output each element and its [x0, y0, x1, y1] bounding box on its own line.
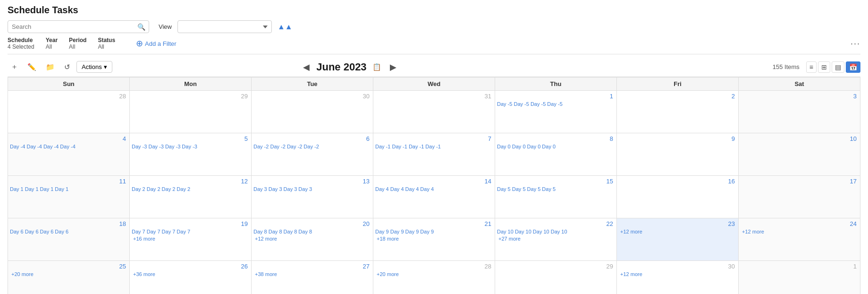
calendar-day-cell[interactable]: 29 — [130, 91, 252, 133]
more-events-link[interactable]: +12 more — [619, 271, 736, 277]
calendar-day-cell[interactable]: 6Day -2 Day -2 Day -2 Day -2 — [252, 133, 373, 176]
calendar-event[interactable]: Day -2 Day -2 Day -2 Day -2 — [253, 143, 371, 150]
calendar-day-header: Tue — [252, 78, 373, 91]
calendar-day-cell[interactable]: 29 — [495, 261, 617, 294]
period-value: All — [69, 43, 86, 50]
calendar-day-cell[interactable]: 11Day 1 Day 1 Day 1 Day 1 — [8, 176, 130, 218]
calendar-week-row: 25+20 more26+36 more27+38 more28+20 more… — [8, 261, 860, 294]
calendar-day-cell[interactable]: 20Day 8 Day 8 Day 8 Day 8+12 more — [252, 218, 373, 261]
calendar-view-button[interactable]: 📅 — [846, 61, 860, 73]
calendar-event[interactable]: Day 7 Day 7 Day 7 Day 7 — [132, 228, 249, 235]
day-number: 29 — [497, 262, 615, 271]
day-number: 4 — [10, 134, 127, 143]
top-bar: 🔍 View ▲▲ — [8, 20, 860, 33]
calendar-day-cell[interactable]: 21Day 9 Day 9 Day 9 Day 9+18 more — [373, 218, 495, 261]
calendar-day-cell[interactable]: 23+12 more — [617, 218, 739, 261]
calendar-day-cell[interactable]: 7Day -1 Day -1 Day -1 Day -1 — [373, 133, 495, 176]
filter-period: Period All — [69, 37, 86, 50]
more-events-link[interactable]: +20 more — [10, 271, 127, 277]
more-events-link[interactable]: +18 more — [375, 235, 493, 242]
calendar-day-cell[interactable]: 31 — [373, 91, 495, 133]
calendar-day-cell[interactable]: 3 — [739, 91, 860, 133]
calendar-day-cell[interactable]: 25+20 more — [8, 261, 130, 294]
grid-view-button[interactable]: ⊞ — [818, 61, 830, 73]
calendar-day-header: Sat — [739, 78, 860, 91]
day-number: 5 — [132, 134, 249, 143]
calendar-day-cell[interactable]: 5Day -3 Day -3 Day -3 Day -3 — [130, 133, 252, 176]
calendar-day-cell[interactable]: 9 — [617, 133, 739, 176]
calendar-day-cell[interactable]: 15Day 5 Day 5 Day 5 Day 5 — [495, 176, 617, 218]
more-events-link[interactable]: +12 more — [619, 228, 736, 235]
copy-date-button[interactable]: 📋 — [371, 62, 383, 72]
more-events-link[interactable]: +36 more — [132, 271, 249, 277]
add-button[interactable]: ＋ — [8, 60, 21, 74]
day-number: 7 — [375, 134, 493, 143]
more-events-link[interactable]: +12 more — [253, 235, 371, 242]
calendar-event[interactable]: Day 2 Day 2 Day 2 Day 2 — [132, 186, 249, 193]
calendar-day-cell[interactable]: 4Day -4 Day -4 Day -4 Day -4 — [8, 133, 130, 176]
calendar-event[interactable]: Day 9 Day 9 Day 9 Day 9 — [375, 228, 493, 235]
calendar-event[interactable]: Day -1 Day -1 Day -1 Day -1 — [375, 143, 493, 150]
calendar-event[interactable]: Day 4 Day 4 Day 4 Day 4 — [375, 186, 493, 193]
day-number: 11 — [10, 177, 127, 186]
search-icon: 🔍 — [137, 23, 145, 31]
next-month-button[interactable]: ▶ — [387, 61, 399, 73]
calendar-week-row: 282930311Day -5 Day -5 Day -5 Day -523 — [8, 91, 860, 133]
calendar-event[interactable]: Day 6 Day 6 Day 6 Day 6 — [10, 228, 127, 235]
calendar-day-cell[interactable]: 28+20 more — [373, 261, 495, 294]
folder-button[interactable]: 📁 — [42, 61, 58, 74]
prev-month-button[interactable]: ◀ — [300, 61, 312, 73]
calendar-day-cell[interactable]: 1 — [739, 261, 860, 294]
edit-button[interactable]: ✏️ — [24, 61, 40, 74]
calendar-day-cell[interactable]: 12Day 2 Day 2 Day 2 Day 2 — [130, 176, 252, 218]
more-events-link[interactable]: +12 more — [741, 228, 858, 235]
more-events-link[interactable]: +27 more — [497, 235, 615, 242]
calendar-day-header: Wed — [373, 78, 495, 91]
day-number: 1 — [497, 92, 615, 101]
calendar-day-cell[interactable]: 30+12 more — [617, 261, 739, 294]
more-events-link[interactable]: +20 more — [375, 271, 493, 277]
calendar-day-cell[interactable]: 19Day 7 Day 7 Day 7 Day 7+16 more — [130, 218, 252, 261]
day-number: 28 — [375, 262, 493, 271]
calendar-day-cell[interactable]: 1Day -5 Day -5 Day -5 Day -5 — [495, 91, 617, 133]
calendar-day-cell[interactable]: 22Day 10 Day 10 Day 10 Day 10+27 more — [495, 218, 617, 261]
calendar-day-cell[interactable]: 30 — [252, 91, 373, 133]
calendar-day-cell[interactable]: 18Day 6 Day 6 Day 6 Day 6 — [8, 218, 130, 261]
list-view-button[interactable]: ≡ — [806, 61, 817, 73]
calendar-day-cell[interactable]: 26+36 more — [130, 261, 252, 294]
calendar-day-cell[interactable]: 27+38 more — [252, 261, 373, 294]
more-options-button[interactable]: ··· — [851, 39, 860, 49]
view-select[interactable] — [177, 20, 272, 33]
filter-icon[interactable]: ▲▲ — [278, 23, 293, 31]
calendar-day-cell[interactable]: 14Day 4 Day 4 Day 4 Day 4 — [373, 176, 495, 218]
calendar-event[interactable]: Day -3 Day -3 Day -3 Day -3 — [132, 143, 249, 150]
calendar-event[interactable]: Day 3 Day 3 Day 3 Day 3 — [253, 186, 371, 193]
refresh-button[interactable]: ↺ — [61, 61, 74, 74]
calendar-event[interactable]: Day 0 Day 0 Day 0 Day 0 — [497, 143, 615, 150]
more-events-link[interactable]: +38 more — [253, 271, 371, 277]
calendar-event[interactable]: Day 10 Day 10 Day 10 Day 10 — [497, 228, 615, 235]
calendar-event[interactable]: Day 8 Day 8 Day 8 Day 8 — [253, 228, 371, 235]
day-number: 13 — [253, 177, 371, 186]
calendar-day-cell[interactable]: 16 — [617, 176, 739, 218]
calendar-day-cell[interactable]: 10 — [739, 133, 860, 176]
compact-view-button[interactable]: ▤ — [832, 61, 844, 73]
status-label: Status — [98, 37, 115, 43]
more-events-link[interactable]: +16 more — [132, 235, 249, 242]
calendar-event[interactable]: Day -4 Day -4 Day -4 Day -4 — [10, 143, 127, 150]
actions-button[interactable]: Actions ▾ — [76, 61, 112, 73]
calendar-day-cell[interactable]: 24+12 more — [739, 218, 860, 261]
plus-circle-icon: ⊕ — [136, 38, 143, 49]
add-filter-button[interactable]: ⊕ Add a Filter — [136, 38, 176, 49]
calendar-day-cell[interactable]: 2 — [617, 91, 739, 133]
calendar-day-header: Thu — [495, 78, 617, 91]
calendar-event[interactable]: Day 5 Day 5 Day 5 Day 5 — [497, 186, 615, 193]
calendar-day-cell[interactable]: 8Day 0 Day 0 Day 0 Day 0 — [495, 133, 617, 176]
calendar-event[interactable]: Day -5 Day -5 Day -5 Day -5 — [497, 101, 615, 108]
calendar-event[interactable]: Day 1 Day 1 Day 1 Day 1 — [10, 186, 127, 193]
day-number: 10 — [741, 134, 858, 143]
calendar-day-cell[interactable]: 17 — [739, 176, 860, 218]
calendar-day-cell[interactable]: 28 — [8, 91, 130, 133]
search-input[interactable] — [8, 20, 149, 33]
calendar-day-cell[interactable]: 13Day 3 Day 3 Day 3 Day 3 — [252, 176, 373, 218]
